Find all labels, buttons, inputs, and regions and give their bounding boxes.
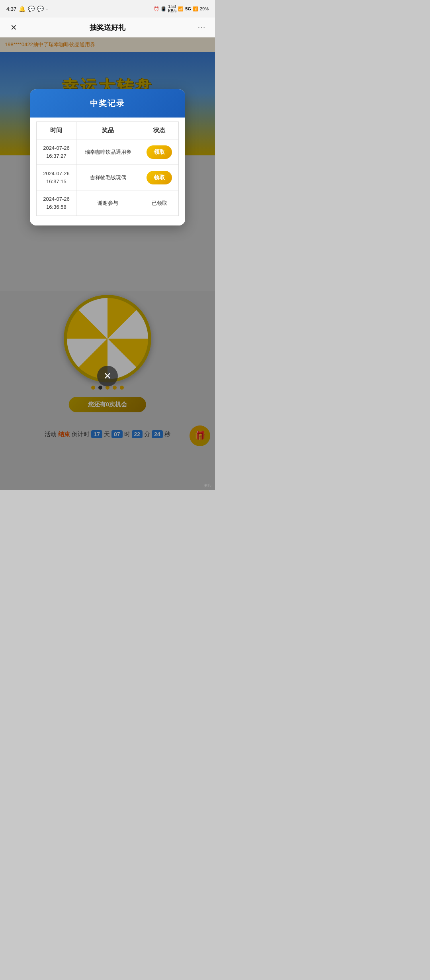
record-1-status[interactable]: 领取 xyxy=(140,139,179,165)
record-3-prize: 谢谢参与 xyxy=(76,190,140,216)
status-right: ⏰ 📳 1.53KB/s 📶 5G 📶 29% xyxy=(154,4,209,13)
record-2-time: 2024-07-2616:37:15 xyxy=(37,165,76,190)
status-wechat2-icon: 💬 xyxy=(37,6,44,12)
more-button[interactable]: ⋯ xyxy=(194,20,209,35)
col-time-header: 时间 xyxy=(37,122,76,139)
record-2-status[interactable]: 领取 xyxy=(140,165,179,190)
watermark: 澳毛· xyxy=(203,483,212,488)
close-icon: ✕ xyxy=(10,23,17,32)
bg-content: 198****0422抽中了瑞幸咖啡饮品通用券 幸运大转盘 ✕ 您还有0次机会 … xyxy=(0,37,215,490)
status-bar: 4:37 🔔 💬 💬 · ⏰ 📳 1.53KB/s 📶 5G 📶 29% xyxy=(0,0,215,18)
col-status-header: 状态 xyxy=(140,122,179,139)
status-notification-icon: 🔔 xyxy=(19,6,25,12)
table-header-row: 时间 奖品 状态 xyxy=(37,122,179,139)
status-wifi-icon: 📶 xyxy=(178,6,184,12)
modal-header: 中奖记录 xyxy=(30,89,185,118)
modal-overlay: 中奖记录 时间 奖品 状态 2024-07-2616:37:27 瑞幸 xyxy=(0,37,215,490)
status-vibrate-icon: 📳 xyxy=(161,6,166,12)
status-signal-icon: 📶 xyxy=(193,6,198,12)
status-wechat-icon: 💬 xyxy=(28,6,35,12)
status-time: 4:37 xyxy=(6,6,16,12)
status-battery: 29% xyxy=(200,6,209,11)
close-circle-icon: ✕ xyxy=(104,370,111,382)
record-1-prize: 瑞幸咖啡饮品通用券 xyxy=(76,139,140,165)
table-row: 2024-07-2616:36:58 谢谢参与 已领取 xyxy=(37,190,179,216)
status-dot-icon: · xyxy=(46,6,48,12)
status-5g-icon: 5G xyxy=(185,6,191,11)
claim-button-2[interactable]: 领取 xyxy=(147,171,172,184)
status-speed-icon: 1.53KB/s xyxy=(168,4,176,13)
page-title: 抽奖送好礼 xyxy=(90,23,125,32)
modal-body: 时间 奖品 状态 2024-07-2616:37:27 瑞幸咖啡饮品通用券 领取 xyxy=(30,118,185,225)
record-2-prize: 吉祥物毛绒玩偶 xyxy=(76,165,140,190)
claim-button-1[interactable]: 领取 xyxy=(147,145,172,159)
table-row: 2024-07-2616:37:27 瑞幸咖啡饮品通用券 领取 xyxy=(37,139,179,165)
close-button[interactable]: ✕ xyxy=(6,20,21,35)
record-1-time: 2024-07-2616:37:27 xyxy=(37,139,76,165)
record-3-status: 已领取 xyxy=(140,190,179,216)
prize-record-table: 时间 奖品 状态 2024-07-2616:37:27 瑞幸咖啡饮品通用券 领取 xyxy=(36,122,179,216)
prize-record-modal: 中奖记录 时间 奖品 状态 2024-07-2616:37:27 瑞幸 xyxy=(30,89,185,225)
modal-title: 中奖记录 xyxy=(90,99,125,108)
status-alarm-icon: ⏰ xyxy=(154,6,159,12)
record-3-time: 2024-07-2616:36:58 xyxy=(37,190,76,216)
status-left: 4:37 🔔 💬 💬 · xyxy=(6,6,48,12)
col-prize-header: 奖品 xyxy=(76,122,140,139)
nav-bar: ✕ 抽奖送好礼 ⋯ xyxy=(0,18,215,37)
more-icon: ⋯ xyxy=(197,23,205,32)
modal-close-circle-button[interactable]: ✕ xyxy=(97,366,118,386)
table-row: 2024-07-2616:37:15 吉祥物毛绒玩偶 领取 xyxy=(37,165,179,190)
